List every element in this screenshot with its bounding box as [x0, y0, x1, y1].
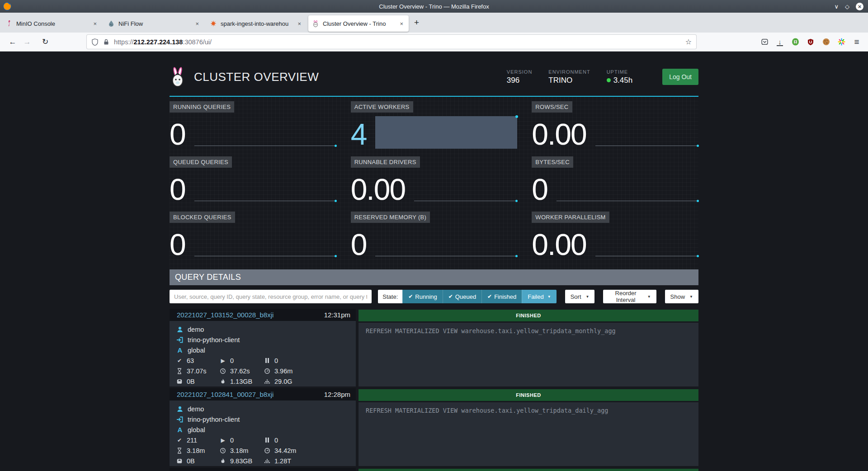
- elapsed-time: 37.62s: [230, 367, 250, 375]
- stat-label: RUNNABLE DRIVERS: [351, 156, 420, 168]
- close-icon[interactable]: ×: [856, 3, 863, 10]
- stat-label: BYTES/SEC: [532, 156, 573, 168]
- browser-tab[interactable]: NiFi Flow ×: [104, 15, 204, 32]
- browser-tab[interactable]: MinIO Console ×: [2, 15, 102, 32]
- cumulative-data: 1.28T: [274, 457, 291, 465]
- lock-icon[interactable]: [103, 38, 110, 46]
- query-id-link[interactable]: 20221027_102841_00027_b8xji: [177, 391, 274, 398]
- back-button[interactable]: ←: [5, 38, 20, 47]
- forward-button[interactable]: →: [20, 38, 34, 47]
- splits-queued: 0: [274, 357, 278, 364]
- sparkline: [194, 176, 336, 204]
- cubes-icon: [264, 458, 271, 464]
- stat-value: 0: [170, 120, 185, 149]
- tab-strip: MinIO Console × NiFi Flow × spark-ingest…: [0, 13, 868, 33]
- reload-button[interactable]: ↻: [38, 37, 52, 47]
- cookie-icon[interactable]: [822, 38, 830, 46]
- stat-tile: RESERVED MEMORY (B) 0: [351, 212, 518, 262]
- stat-value: 0.00: [351, 175, 405, 204]
- uptime-status-dot: [607, 78, 611, 82]
- check-icon: ✔: [487, 293, 492, 300]
- tab-label: Cluster Overview - Trino: [323, 20, 398, 27]
- state-button-label: Failed: [528, 293, 543, 300]
- stat-value: 0: [170, 231, 185, 259]
- tab-close-icon[interactable]: ×: [91, 20, 99, 27]
- query-resource-group: global: [188, 347, 205, 354]
- show-dropdown[interactable]: Show ▼: [665, 290, 698, 303]
- sort-dropdown[interactable]: Sort ▼: [565, 290, 595, 303]
- cubes-icon: [264, 378, 271, 385]
- stat-value: 0: [351, 231, 367, 259]
- browser-tab[interactable]: spark-ingest-into-warehou ×: [206, 15, 307, 32]
- uptime-block: UPTIME 3.45h: [607, 69, 633, 85]
- query-time: 12:31pm: [324, 311, 350, 319]
- window-titlebar: Cluster Overview - Trino — Mozilla Firef…: [0, 0, 868, 13]
- query-user: demo: [188, 405, 204, 413]
- state-filter-button[interactable]: ✔ Failed ▼: [522, 290, 556, 303]
- browser-toolbar: ← → ↻ https://212.227.224.138:30876/ui/ …: [0, 33, 868, 52]
- trino-cluster-overview-page: CLUSTER OVERVIEW VERSION 396 ENVIRONMENT…: [0, 52, 868, 471]
- stat-value: 0.00: [532, 120, 586, 149]
- downloads-icon[interactable]: ↓: [776, 38, 784, 46]
- tab-close-icon[interactable]: ×: [193, 20, 201, 27]
- tab-close-icon[interactable]: ×: [296, 20, 303, 27]
- sparkline: [194, 231, 336, 259]
- environment-block: ENVIRONMENT TRINO: [548, 69, 590, 85]
- tab-label: spark-ingest-into-warehou: [221, 20, 296, 27]
- tab-label: MinIO Console: [16, 20, 91, 27]
- browser-tab[interactable]: Cluster Overview - Trino ×: [308, 15, 409, 32]
- tab-close-icon[interactable]: ×: [398, 20, 405, 27]
- logout-button[interactable]: Log Out: [662, 69, 698, 85]
- pause-icon: [264, 358, 271, 363]
- sparkline: [375, 231, 517, 259]
- menu-icon[interactable]: ≡: [853, 38, 861, 46]
- state-buttons: ✔ Running ▼ ✔ Queued ▼ ✔ Finished ▼ ✔ Fa…: [402, 290, 556, 303]
- pocket-icon[interactable]: [760, 38, 769, 46]
- page-title: CLUSTER OVERVIEW: [194, 70, 319, 84]
- check-icon: ✔: [408, 293, 413, 300]
- wall-time: 3.18m: [187, 447, 205, 454]
- tab-label: NiFi Flow: [118, 20, 193, 27]
- maximize-icon[interactable]: ◇: [845, 4, 849, 9]
- chevron-down-icon: ▼: [689, 295, 693, 299]
- new-tab-button[interactable]: +: [410, 18, 424, 28]
- state-button-label: Running: [415, 293, 437, 300]
- minio-icon: [5, 20, 13, 27]
- sparkline: [595, 121, 698, 149]
- memory-scale-icon: [176, 458, 183, 464]
- privacy-badger-icon[interactable]: [791, 38, 799, 46]
- stat-label: ACTIVE WORKERS: [351, 101, 413, 113]
- multi-account-containers-icon[interactable]: [837, 38, 845, 46]
- state-button-label: Queued: [455, 293, 476, 300]
- state-filter-button[interactable]: ✔ Running ▼: [402, 290, 443, 303]
- state-filter-button[interactable]: ✔ Finished ▼: [481, 290, 522, 303]
- uptime-value: 3.45h: [613, 76, 633, 85]
- resource-group-icon: A: [176, 346, 184, 354]
- bookmark-star-icon[interactable]: ☆: [685, 38, 692, 46]
- reorder-interval-dropdown[interactable]: Reorder Interval ▼: [603, 290, 656, 303]
- trino-icon: [312, 20, 319, 27]
- check-icon: ✔: [448, 293, 453, 300]
- check-icon: ✔: [176, 358, 183, 364]
- sparkline: [194, 121, 336, 149]
- state-filter-button[interactable]: ✔ Queued ▼: [443, 290, 481, 303]
- query-row: 20221027_102841_00026_b8xji 12:28pm: [170, 468, 698, 471]
- url-text[interactable]: https://212.227.224.138:30876/ui/: [114, 38, 212, 46]
- stat-label: RUNNING QUERIES: [170, 101, 234, 113]
- query-id-link[interactable]: 20221027_103152_00028_b8xji: [177, 311, 274, 319]
- stat-label: WORKER PARALLELISM: [532, 212, 609, 223]
- minimize-icon[interactable]: ∨: [834, 4, 839, 9]
- hourglass-icon: [176, 447, 183, 454]
- sparkline: [595, 231, 698, 259]
- query-search-input[interactable]: [170, 290, 372, 303]
- stat-value: 0.00: [532, 231, 586, 259]
- ublock-origin-icon[interactable]: [807, 38, 815, 46]
- cumulative-data: 29.0G: [274, 378, 292, 385]
- shield-icon[interactable]: [91, 38, 99, 46]
- query-source: trino-python-client: [188, 336, 240, 344]
- flame-icon: [219, 458, 226, 464]
- trino-bunny-logo: [170, 66, 186, 88]
- play-icon: ▶: [219, 437, 226, 443]
- url-bar[interactable]: https://212.227.224.138:30876/ui/ ☆: [87, 35, 696, 49]
- stat-label: QUEUED QUERIES: [170, 156, 232, 168]
